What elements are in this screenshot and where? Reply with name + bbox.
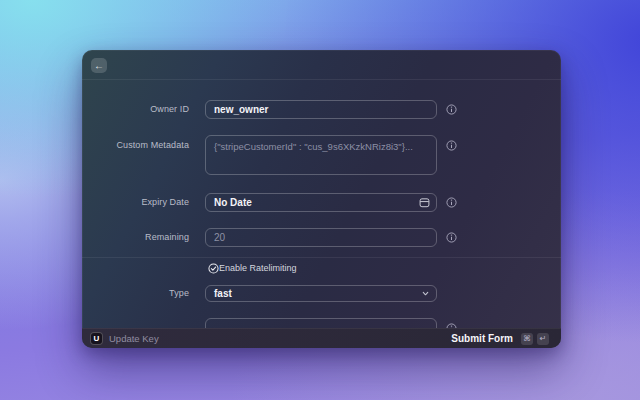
type-select-value: fast <box>214 288 232 299</box>
custom-metadata-textarea[interactable] <box>205 135 437 175</box>
back-button[interactable]: ← <box>91 58 107 73</box>
info-icon[interactable] <box>446 232 457 243</box>
info-icon[interactable] <box>446 140 457 151</box>
info-icon[interactable] <box>446 197 457 208</box>
expiry-date-picker[interactable]: No Date <box>205 193 437 212</box>
return-key-icon: ↵ <box>537 333 549 345</box>
command-key-icon: ⌘ <box>521 333 533 345</box>
check-icon <box>211 267 215 270</box>
dialog-footer: U Update Key Submit Form ⌘ ↵ <box>82 328 561 348</box>
expiry-date-label: Expiry Date <box>82 193 189 212</box>
enable-ratelimiting-checkbox[interactable] <box>208 263 219 274</box>
dialog-header: ← <box>82 50 561 80</box>
remaining-label: Remaining <box>82 228 189 247</box>
chevron-down-icon <box>421 289 430 298</box>
section-divider <box>82 257 561 258</box>
action-name: Update Key <box>109 333 159 344</box>
remaining-input[interactable] <box>205 228 437 247</box>
submit-form-button[interactable]: Submit Form ⌘ ↵ <box>451 333 549 345</box>
custom-metadata-label: Custom Metadata <box>82 135 189 155</box>
expiry-date-value: No Date <box>214 197 252 208</box>
owner-id-input[interactable] <box>205 100 437 119</box>
update-key-dialog: ← Owner ID Custom Metadata Expiry Date N… <box>82 50 561 348</box>
submit-form-label: Submit Form <box>451 333 513 344</box>
arrow-left-icon: ← <box>94 60 104 71</box>
calendar-icon <box>419 197 430 208</box>
info-icon[interactable] <box>446 104 457 115</box>
owner-id-label: Owner ID <box>82 100 189 119</box>
type-select[interactable]: fast <box>205 285 437 302</box>
unkey-logo: U <box>90 332 103 345</box>
type-label: Type <box>82 285 189 302</box>
desktop-background: { "header": { "back_icon": "←" }, "form"… <box>0 0 640 400</box>
enable-ratelimiting-label: Enable Ratelimiting <box>219 263 297 274</box>
